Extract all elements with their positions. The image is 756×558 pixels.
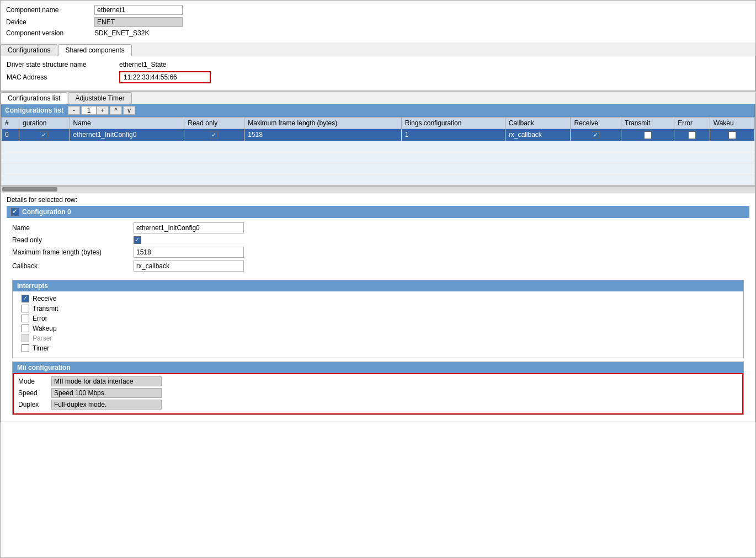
details-section: Details for selected row: Configuration … <box>1 193 755 422</box>
detail-callback-label: Callback <box>12 262 134 270</box>
col-transmit: Transmit <box>621 118 674 129</box>
table-row-empty-4 <box>2 174 755 185</box>
interrupt-error-checkbox[interactable] <box>22 315 29 322</box>
col-name: Name <box>70 118 184 129</box>
col-read-only: Read only <box>184 118 244 129</box>
mii-speed-input[interactable] <box>51 388 162 398</box>
interrupt-parser-checkbox <box>22 334 29 342</box>
device-row: Device <box>6 17 750 27</box>
configurations-table: # guration Name Read only Maximum frame … <box>1 117 755 185</box>
cell-transmit <box>621 129 674 141</box>
config-enabled-checkbox[interactable] <box>11 208 19 216</box>
interrupt-parser-label: Parser <box>33 334 52 342</box>
cell-receive <box>571 129 621 141</box>
col-hash: # <box>2 118 19 129</box>
detail-name-input[interactable] <box>134 222 244 233</box>
table-container: # guration Name Read only Maximum frame … <box>1 117 755 186</box>
cell-max-frame: 1518 <box>244 129 402 141</box>
config-toolbar: Configurations list - + ^ v <box>1 104 755 117</box>
config-section-label: Configuration 0 <box>22 208 71 216</box>
table-row-empty-1 <box>2 141 755 152</box>
cell-id: 0 <box>2 129 19 141</box>
device-input[interactable] <box>94 17 183 27</box>
interrupt-timer-label: Timer <box>33 344 49 352</box>
table-row[interactable]: 0 ethernet1_InitConfig0 1518 1 rx_callba… <box>2 129 755 141</box>
tab-shared-components[interactable]: Shared components <box>58 44 131 56</box>
col-receive: Receive <box>571 118 621 129</box>
inner-tab-bar: Configurations list Adjustable Timer <box>1 91 755 104</box>
cell-wakeup <box>710 129 754 141</box>
shared-components-content: Driver state structure name ethernet1_St… <box>1 56 755 91</box>
interrupt-timer-row: Timer <box>22 344 734 352</box>
mii-content: Mode Speed Duplex <box>13 373 743 414</box>
interrupt-wakeup-checkbox[interactable] <box>22 325 29 332</box>
details-title: Details for selected row: <box>7 196 749 204</box>
driver-state-row: Driver state structure name ethernet1_St… <box>7 61 749 68</box>
mii-mode-input[interactable] <box>51 376 162 386</box>
interrupt-wakeup-row: Wakeup <box>22 325 734 332</box>
mii-section: Mii configuration Mode Speed Duplex <box>12 362 744 415</box>
col-callback: Callback <box>505 118 571 129</box>
tab-configurations[interactable]: Configurations <box>1 44 57 56</box>
cell-enabled <box>19 129 70 141</box>
table-header-row: # guration Name Read only Maximum frame … <box>2 118 755 129</box>
table-scrollbar[interactable] <box>1 186 755 193</box>
interrupts-section: Interrupts Receive Transmit Error <box>12 280 744 358</box>
scrollbar-thumb <box>2 187 57 192</box>
mii-speed-row: Speed <box>18 388 738 398</box>
interrupts-header: Interrupts <box>13 280 743 291</box>
interrupt-parser-row: Parser <box>22 334 734 342</box>
down-button[interactable]: v <box>123 106 135 115</box>
component-name-row: Component name <box>6 5 750 15</box>
detail-readonly-checkbox[interactable] <box>134 236 141 244</box>
mac-address-label: MAC Address <box>7 73 117 81</box>
mii-header: Mii configuration <box>13 362 743 373</box>
col-configuration: guration <box>19 118 70 129</box>
cell-callback: rx_callback <box>505 129 571 141</box>
count-input[interactable] <box>81 106 97 115</box>
inner-tab-adjustable-timer[interactable]: Adjustable Timer <box>68 92 131 104</box>
col-rings-config: Rings configuration <box>401 118 505 129</box>
plus-button[interactable]: + <box>97 106 109 115</box>
mac-address-input[interactable] <box>119 71 211 83</box>
mii-mode-label: Mode <box>18 378 51 385</box>
interrupt-error-row: Error <box>22 315 734 322</box>
mii-duplex-row: Duplex <box>18 400 738 410</box>
mii-mode-row: Mode <box>18 376 738 386</box>
detail-maxframe-input[interactable] <box>134 247 244 258</box>
table-row-empty-3 <box>2 163 755 174</box>
detail-readonly-row: Read only <box>12 236 744 244</box>
driver-state-value: ethernet1_State <box>119 61 166 68</box>
table-row-empty-2 <box>2 152 755 163</box>
interrupt-wakeup-label: Wakeup <box>33 325 57 332</box>
component-name-input[interactable] <box>94 5 183 15</box>
col-max-frame: Maximum frame length (bytes) <box>244 118 402 129</box>
component-version-label: Component version <box>6 29 94 37</box>
interrupt-timer-checkbox[interactable] <box>22 344 29 352</box>
top-tab-bar: Configurations Shared components <box>1 42 755 56</box>
mii-duplex-input[interactable] <box>51 400 162 410</box>
configurations-list-panel: Configurations list - + ^ v # guration N… <box>1 104 755 422</box>
cell-name: ethernet1_InitConfig0 <box>70 129 184 141</box>
minus-button[interactable]: - <box>68 106 80 115</box>
interrupt-receive-checkbox[interactable] <box>22 295 29 302</box>
mii-speed-label: Speed <box>18 389 51 397</box>
header-section: Component name Device Component version … <box>1 1 755 42</box>
inner-tab-configurations-list[interactable]: Configurations list <box>1 92 67 104</box>
detail-callback-row: Callback <box>12 261 744 272</box>
config-section-header: Configuration 0 <box>7 206 749 218</box>
up-button[interactable]: ^ <box>110 106 122 115</box>
detail-readonly-label: Read only <box>12 236 134 244</box>
detail-name-label: Name <box>12 224 134 232</box>
detail-form: Name Read only Maximum frame length (byt… <box>7 220 749 277</box>
component-name-label: Component name <box>6 6 94 14</box>
device-label: Device <box>6 18 94 26</box>
cell-error <box>674 129 710 141</box>
component-version-row: Component version SDK_ENET_S32K <box>6 29 750 37</box>
interrupt-transmit-checkbox[interactable] <box>22 305 29 312</box>
detail-callback-input[interactable] <box>134 261 244 272</box>
interrupt-error-label: Error <box>33 315 47 322</box>
col-error: Error <box>674 118 710 129</box>
driver-state-label: Driver state structure name <box>7 61 117 68</box>
interrupt-transmit-label: Transmit <box>33 305 58 312</box>
